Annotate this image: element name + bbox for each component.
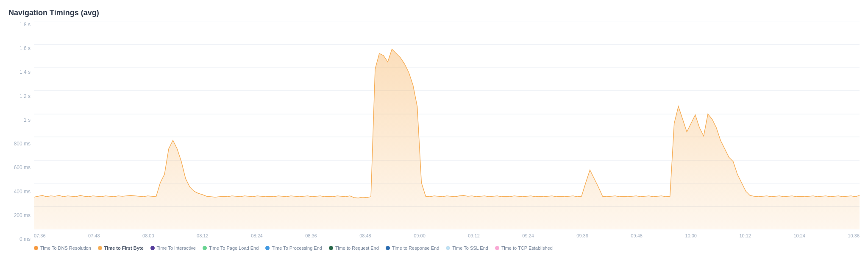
legend-item-tcp: Time to TCP Established bbox=[495, 245, 553, 251]
legend-label-ssl: Time To SSL End bbox=[452, 245, 488, 251]
y-label-6: 600 ms bbox=[8, 164, 34, 170]
chart-legend: Time To DNS Resolution Time to First Byt… bbox=[8, 245, 860, 251]
legend-dot-processing bbox=[265, 246, 270, 250]
y-label-0: 1.8 s bbox=[8, 22, 34, 28]
legend-item-interactive: Time To Interactive bbox=[150, 245, 196, 251]
y-label-9: 0 ms bbox=[8, 236, 34, 242]
legend-item-page-load: Time To Page Load End bbox=[203, 245, 259, 251]
legend-label-request: Time to Request End bbox=[335, 245, 379, 251]
x-label-2: 08:00 bbox=[142, 233, 154, 238]
legend-label-first-byte: Time to First Byte bbox=[104, 245, 144, 251]
x-label-10: 09:36 bbox=[576, 233, 588, 238]
x-axis: 07:36 07:48 08:00 08:12 08:24 08:36 08:4… bbox=[34, 229, 860, 242]
x-label-1: 07:48 bbox=[88, 233, 100, 238]
legend-item-processing: Time To Processing End bbox=[265, 245, 322, 251]
x-label-9: 09:24 bbox=[522, 233, 534, 238]
legend-dot-ssl bbox=[446, 246, 450, 250]
legend-dot-tcp bbox=[495, 246, 499, 250]
y-label-3: 1.2 s bbox=[8, 93, 34, 99]
legend-label-processing: Time To Processing End bbox=[272, 245, 322, 251]
y-label-4: 1 s bbox=[8, 117, 34, 123]
x-label-13: 10:12 bbox=[739, 233, 751, 238]
legend-item-response: Time to Response End bbox=[386, 245, 439, 251]
y-label-2: 1.4 s bbox=[8, 69, 34, 75]
legend-dot-first-byte bbox=[98, 246, 102, 250]
legend-item-request: Time to Request End bbox=[329, 245, 379, 251]
legend-item-first-byte: Time to First Byte bbox=[98, 245, 144, 251]
chart-svg-container bbox=[34, 22, 860, 229]
legend-dot-request bbox=[329, 246, 333, 250]
x-label-0: 07:36 bbox=[34, 233, 46, 238]
y-label-5: 800 ms bbox=[8, 141, 34, 147]
legend-label-page-load: Time To Page Load End bbox=[209, 245, 259, 251]
x-label-7: 09:00 bbox=[414, 233, 426, 238]
legend-dot-page-load bbox=[203, 246, 207, 250]
y-label-1: 1.6 s bbox=[8, 45, 34, 51]
legend-label-tcp: Time to TCP Established bbox=[501, 245, 553, 251]
legend-label-dns: Time To DNS Resolution bbox=[40, 245, 91, 251]
legend-dot-response bbox=[386, 246, 390, 250]
x-label-4: 08:24 bbox=[251, 233, 263, 238]
legend-label-interactive: Time To Interactive bbox=[157, 245, 196, 251]
x-label-11: 09:48 bbox=[631, 233, 643, 238]
x-label-12: 10:00 bbox=[685, 233, 697, 238]
x-label-3: 08:12 bbox=[197, 233, 209, 238]
chart-area: 1.8 s 1.6 s 1.4 s 1.2 s 1 s 800 ms 600 m… bbox=[8, 22, 860, 242]
legend-dot-dns bbox=[34, 246, 38, 250]
chart-svg bbox=[34, 22, 860, 229]
legend-label-response: Time to Response End bbox=[392, 245, 439, 251]
chart-container: Navigation Timings (avg) 1.8 s 1.6 s 1.4… bbox=[0, 0, 868, 276]
x-label-6: 08:48 bbox=[359, 233, 371, 238]
x-label-15: 10:36 bbox=[848, 233, 860, 238]
y-label-7: 400 ms bbox=[8, 189, 34, 195]
y-label-8: 200 ms bbox=[8, 212, 34, 218]
y-axis: 1.8 s 1.6 s 1.4 s 1.2 s 1 s 800 ms 600 m… bbox=[8, 22, 34, 242]
legend-item-dns: Time To DNS Resolution bbox=[34, 245, 91, 251]
x-label-5: 08:36 bbox=[305, 233, 317, 238]
chart-title: Navigation Timings (avg) bbox=[8, 8, 860, 17]
legend-dot-interactive bbox=[150, 246, 155, 250]
x-label-14: 10:24 bbox=[793, 233, 805, 238]
legend-item-ssl: Time To SSL End bbox=[446, 245, 488, 251]
x-label-8: 09:12 bbox=[468, 233, 480, 238]
